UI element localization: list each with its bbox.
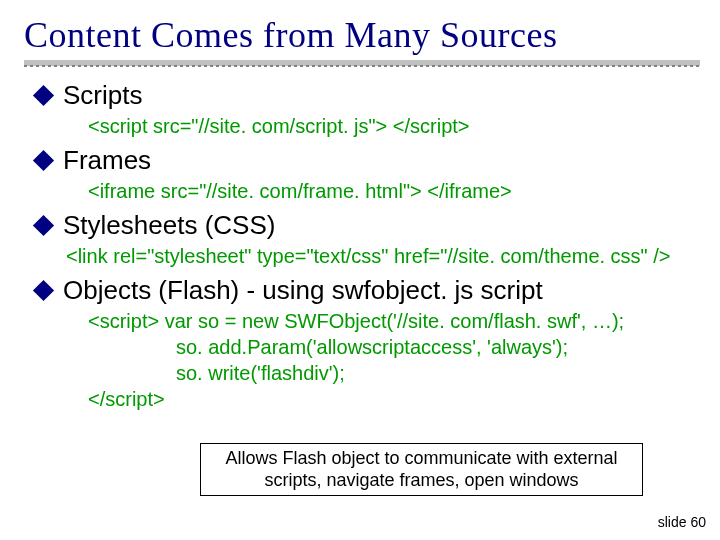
code-stylesheets: <link rel="stylesheet" type="text/css" h… (66, 243, 700, 269)
heading-label: Stylesheets (CSS) (63, 210, 275, 241)
slide-title: Content Comes from Many Sources (24, 14, 700, 56)
code-objects: <script> var so = new SWFObject('//site.… (88, 308, 700, 412)
section-objects: Objects (Flash) - using swfobject. js sc… (34, 275, 700, 412)
code-line: so. add.Param('allowscriptaccess', 'alwa… (176, 334, 568, 360)
slide-number: slide 60 (658, 514, 706, 530)
heading-label: Scripts (63, 80, 142, 111)
code-close: </script> (88, 388, 165, 410)
code-open: <script> (88, 310, 159, 332)
code-scripts: <script src="//site. com/script. js"> </… (88, 113, 700, 139)
diamond-bullet-icon (33, 280, 54, 301)
diamond-bullet-icon (33, 150, 54, 171)
code-line: var so = new SWFObject('//site. com/flas… (165, 310, 624, 332)
callout-box: Allows Flash object to communicate with … (200, 443, 643, 496)
section-scripts: Scripts <script src="//site. com/script.… (34, 80, 700, 139)
section-stylesheets: Stylesheets (CSS) <link rel="stylesheet"… (34, 210, 700, 269)
diamond-bullet-icon (33, 215, 54, 236)
heading-label: Objects (Flash) - using swfobject. js sc… (63, 275, 543, 306)
heading-row: Scripts (34, 80, 700, 111)
heading-label: Frames (63, 145, 151, 176)
diamond-bullet-icon (33, 85, 54, 106)
slide: Content Comes from Many Sources Scripts … (0, 0, 720, 540)
section-frames: Frames <iframe src="//site. com/frame. h… (34, 145, 700, 204)
title-rule (24, 60, 700, 66)
code-frames: <iframe src="//site. com/frame. html"> <… (88, 178, 700, 204)
heading-row: Objects (Flash) - using swfobject. js sc… (34, 275, 700, 306)
code-line: so. write('flashdiv'); (176, 360, 345, 386)
heading-row: Frames (34, 145, 700, 176)
heading-row: Stylesheets (CSS) (34, 210, 700, 241)
